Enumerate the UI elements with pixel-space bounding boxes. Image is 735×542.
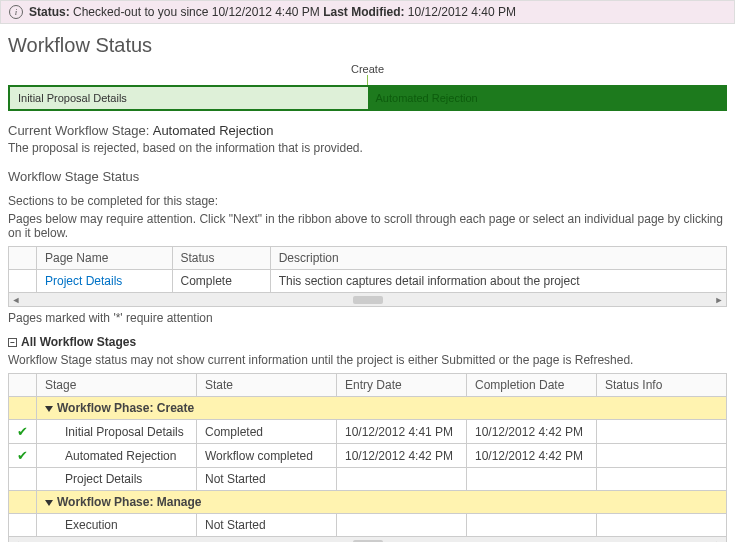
stage-note: Workflow Stage status may not show curre…	[8, 353, 727, 367]
stage-col-state[interactable]: State	[197, 374, 337, 397]
stage-status-header: Workflow Stage Status	[8, 169, 727, 184]
phase-automated-rejection[interactable]: Automated Rejection	[368, 87, 726, 109]
collapse-icon: −	[8, 338, 17, 347]
stage-info-cell	[597, 444, 727, 468]
current-stage-desc: The proposal is rejected, based on the i…	[8, 141, 727, 155]
last-modified-label: Last Modified:	[323, 5, 404, 19]
pages-scrollbar[interactable]: ◄ ►	[8, 293, 727, 307]
scroll-right-icon[interactable]: ►	[712, 539, 726, 543]
phase-bar: Initial Proposal Details Automated Rejec…	[8, 85, 727, 111]
phase-row[interactable]: Workflow Phase: Create	[9, 397, 727, 420]
last-modified-text: 10/12/2012 4:40 PM	[408, 5, 516, 19]
pages-col-status[interactable]: Status	[172, 247, 270, 270]
chevron-down-icon	[45, 406, 53, 412]
status-text: Checked-out to you since 10/12/2012 4:40…	[73, 5, 320, 19]
stage-name-cell: Initial Proposal Details	[37, 420, 197, 444]
stage-state-cell: Not Started	[197, 514, 337, 537]
stage-table: Stage State Entry Date Completion Date S…	[8, 373, 727, 537]
stage-col-icon	[9, 374, 37, 397]
row-icon	[9, 468, 37, 491]
scroll-left-icon[interactable]: ◄	[9, 295, 23, 305]
stage-info-cell	[597, 468, 727, 491]
row-icon	[9, 491, 37, 514]
pages-table: Page Name Status Description Project Det…	[8, 246, 727, 293]
stage-completion-cell	[467, 514, 597, 537]
stage-row[interactable]: ExecutionNot Started	[9, 514, 727, 537]
stage-info-cell	[597, 420, 727, 444]
stage-entry-cell: 10/12/2012 4:41 PM	[337, 420, 467, 444]
page-status-cell: Complete	[172, 270, 270, 293]
sections-note: Pages below may require attention. Click…	[8, 212, 727, 240]
row-icon	[9, 397, 37, 420]
all-stages-label: All Workflow Stages	[21, 335, 136, 349]
stage-entry-cell	[337, 514, 467, 537]
pages-col-name[interactable]: Page Name	[37, 247, 173, 270]
stage-completion-cell: 10/12/2012 4:42 PM	[467, 420, 597, 444]
stage-name-cell: Automated Rejection	[37, 444, 197, 468]
current-stage-name: Automated Rejection	[153, 123, 274, 138]
page-title: Workflow Status	[8, 34, 727, 57]
stage-col-stage[interactable]: Stage	[37, 374, 197, 397]
stage-info-cell	[597, 514, 727, 537]
page-name-cell[interactable]: Project Details	[37, 270, 173, 293]
pages-col-icon	[9, 247, 37, 270]
stage-entry-cell	[337, 468, 467, 491]
page-desc-cell: This section captures detail information…	[270, 270, 726, 293]
scroll-left-icon[interactable]: ◄	[9, 539, 23, 543]
phase-label[interactable]: Workflow Phase: Create	[37, 397, 727, 420]
chevron-down-icon	[45, 500, 53, 506]
stage-state-cell: Completed	[197, 420, 337, 444]
stage-row[interactable]: Project DetailsNot Started	[9, 468, 727, 491]
stage-state-cell: Not Started	[197, 468, 337, 491]
current-stage-label: Current Workflow Stage:	[8, 123, 149, 138]
stage-name-cell: Execution	[37, 514, 197, 537]
stage-entry-cell: 10/12/2012 4:42 PM	[337, 444, 467, 468]
scroll-right-icon[interactable]: ►	[712, 295, 726, 305]
stage-scrollbar[interactable]: ◄ ►	[8, 537, 727, 542]
stage-row[interactable]: ✔Initial Proposal DetailsCompleted10/12/…	[9, 420, 727, 444]
phase-label[interactable]: Workflow Phase: Manage	[37, 491, 727, 514]
info-icon: i	[9, 5, 23, 19]
phase-initial-proposal[interactable]: Initial Proposal Details	[10, 87, 368, 109]
table-row[interactable]: Project DetailsCompleteThis section capt…	[9, 270, 727, 293]
phase-tick	[367, 75, 368, 85]
stage-col-entry[interactable]: Entry Date	[337, 374, 467, 397]
check-icon: ✔	[17, 448, 28, 463]
stage-col-completion[interactable]: Completion Date	[467, 374, 597, 397]
phase-row[interactable]: Workflow Phase: Manage	[9, 491, 727, 514]
row-icon	[9, 270, 37, 293]
row-icon	[9, 514, 37, 537]
status-label: Status:	[29, 5, 70, 19]
stage-col-info[interactable]: Status Info	[597, 374, 727, 397]
pages-col-desc[interactable]: Description	[270, 247, 726, 270]
status-bar: i Status: Checked-out to you since 10/12…	[0, 0, 735, 24]
stage-completion-cell	[467, 468, 597, 491]
all-stages-toggle[interactable]: − All Workflow Stages	[8, 335, 727, 349]
sections-header: Sections to be completed for this stage:	[8, 194, 727, 208]
stage-name-cell: Project Details	[37, 468, 197, 491]
check-icon: ✔	[17, 424, 28, 439]
phase-marker-label: Create	[0, 63, 735, 75]
row-icon: ✔	[9, 444, 37, 468]
scroll-thumb[interactable]	[353, 296, 383, 304]
stage-row[interactable]: ✔Automated RejectionWorkflow completed10…	[9, 444, 727, 468]
stage-completion-cell: 10/12/2012 4:42 PM	[467, 444, 597, 468]
attention-note: Pages marked with '*' require attention	[8, 311, 727, 325]
stage-state-cell: Workflow completed	[197, 444, 337, 468]
row-icon: ✔	[9, 420, 37, 444]
